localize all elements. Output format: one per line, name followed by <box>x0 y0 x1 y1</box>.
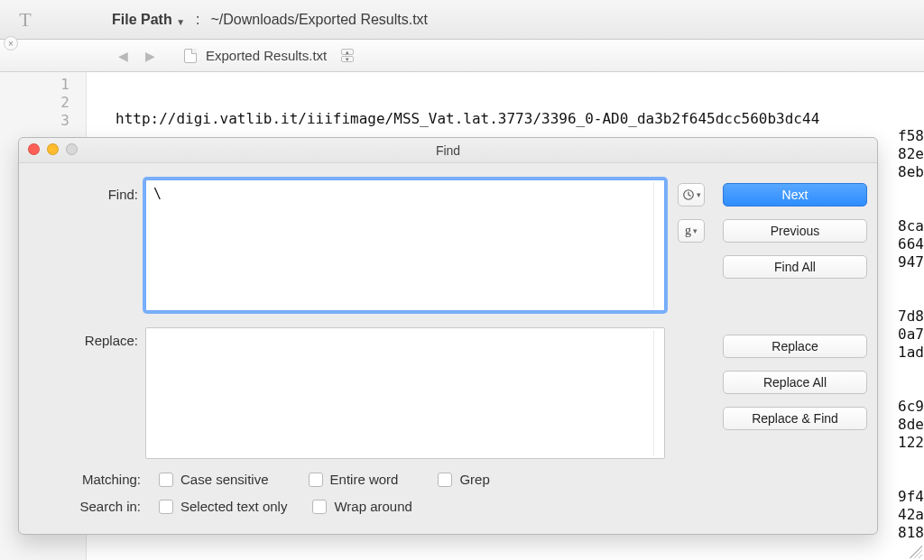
replace-all-button[interactable]: Replace All <box>723 371 867 394</box>
text-tool-icon[interactable]: T <box>11 6 40 33</box>
wrap-around-option[interactable]: Wrap around <box>312 499 411 514</box>
chevron-down-icon: ▾ <box>693 226 698 235</box>
selected-text-only-option[interactable]: Selected text only <box>159 499 287 514</box>
window-controls <box>28 143 78 155</box>
previous-button[interactable]: Previous <box>723 219 867 243</box>
code-overflow-tails: f5882e8eb 8ca664947 7d80a71ad 6c98de122 … <box>892 91 924 560</box>
checkbox[interactable] <box>159 500 173 514</box>
close-pathbar-button[interactable]: × <box>4 36 18 50</box>
line-number: 3 <box>0 112 86 130</box>
document-bar: ◀ ▶ Exported Results.txt ▴▾ <box>0 40 924 72</box>
dialog-titlebar[interactable]: Find <box>19 138 877 163</box>
minimize-window-button[interactable] <box>47 143 59 155</box>
checkbox[interactable] <box>312 500 327 514</box>
clock-icon <box>682 188 695 201</box>
case-sensitive-option[interactable]: Case sensitive <box>159 472 269 487</box>
history-menu-button[interactable]: ▾ <box>678 183 705 207</box>
replace-and-find-button[interactable]: Replace & Find <box>723 407 867 430</box>
scrollbar[interactable] <box>653 182 662 308</box>
chevron-down-icon: ▼ <box>176 17 185 27</box>
replace-label: Replace: <box>30 333 138 348</box>
find-label: Find: <box>30 187 138 202</box>
entire-word-option[interactable]: Entire word <box>309 472 399 487</box>
file-path-value: ~/Downloads/Exported Results.txt <box>211 12 429 28</box>
checkbox[interactable] <box>309 473 323 487</box>
line-number: 1 <box>0 76 86 94</box>
file-path-label[interactable]: File Path ▼ <box>112 12 185 28</box>
next-button[interactable]: Next <box>723 183 867 207</box>
find-input[interactable]: \ <box>145 179 665 311</box>
checkbox[interactable] <box>438 473 452 487</box>
document-filename[interactable]: Exported Results.txt <box>206 48 327 63</box>
code-line: http://digi.vatlib.it/iiifimage/MSS_Vat.… <box>116 110 924 128</box>
grep-option[interactable]: Grep <box>438 472 489 487</box>
grep-menu-button[interactable]: g▾ <box>678 219 705 243</box>
replace-input[interactable] <box>145 327 665 459</box>
nav-back-button[interactable]: ◀ <box>114 47 132 65</box>
replace-button[interactable]: Replace <box>723 335 867 358</box>
find-dialog: Find Find: \ ▾ g▾ Next Previous Find All… <box>18 137 878 535</box>
zoom-window-button[interactable] <box>66 143 78 155</box>
nav-forward-button[interactable]: ▶ <box>141 47 159 65</box>
document-stepper[interactable]: ▴▾ <box>341 49 354 62</box>
find-all-button[interactable]: Find All <box>723 255 867 279</box>
chevron-down-icon: ▾ <box>697 190 701 199</box>
matching-label: Matching: <box>46 472 141 487</box>
checkbox[interactable] <box>159 473 173 487</box>
search-in-label: Search in: <box>46 499 141 514</box>
resize-grip-icon[interactable] <box>908 544 922 558</box>
dialog-title: Find <box>436 143 460 158</box>
close-window-button[interactable] <box>28 143 40 155</box>
path-separator: : <box>196 12 199 28</box>
line-number: 2 <box>0 94 86 112</box>
scrollbar[interactable] <box>653 330 662 456</box>
document-icon <box>184 49 197 63</box>
path-bar: T File Path ▼ : ~/Downloads/Exported Res… <box>0 0 924 40</box>
